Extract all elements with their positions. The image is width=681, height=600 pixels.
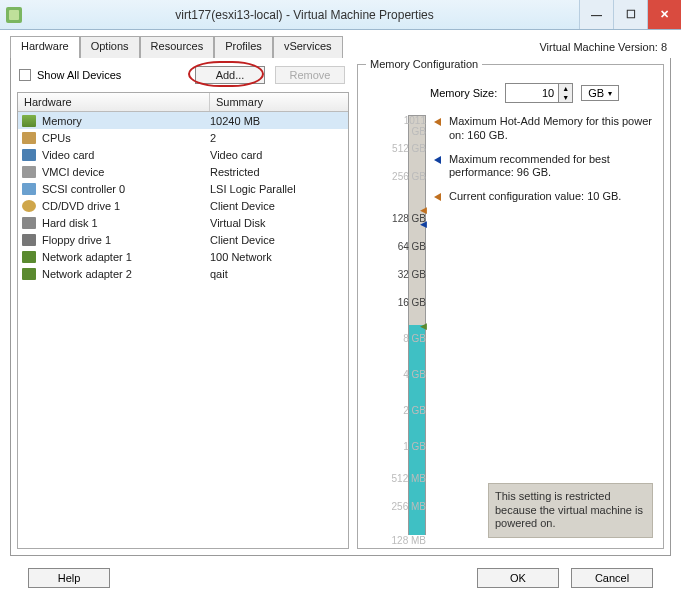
gauge-tick: 256 MB xyxy=(390,501,426,512)
tab-hardware[interactable]: Hardware xyxy=(10,36,80,58)
gauge-tick: 128 MB xyxy=(390,535,426,546)
table-row[interactable]: Memory10240 MB xyxy=(18,112,348,129)
table-row[interactable]: Video cardVideo card xyxy=(18,146,348,163)
gauge-tick: 32 GB xyxy=(390,269,426,280)
app-icon xyxy=(6,7,22,23)
triangle-icon xyxy=(434,193,441,201)
memory-size-field[interactable] xyxy=(506,84,558,102)
table-row[interactable]: CPUs2 xyxy=(18,129,348,146)
tab-strip: HardwareOptionsResourcesProfilesvService… xyxy=(10,36,671,58)
gauge-tick: 1011 GB xyxy=(390,115,426,137)
memory-legend: Memory Configuration xyxy=(366,58,482,70)
gauge-tick: 1 GB xyxy=(390,441,426,452)
table-row[interactable]: Hard disk 1Virtual Disk xyxy=(18,214,348,231)
note-current: Current configuration value: 10 GB. xyxy=(449,190,621,204)
maximize-button[interactable]: ☐ xyxy=(613,0,647,29)
tab-options[interactable]: Options xyxy=(80,36,140,58)
gauge-tick: 64 GB xyxy=(390,241,426,252)
add-button[interactable]: Add... xyxy=(195,66,265,84)
marker-hotadd-icon: ◀ xyxy=(420,205,427,215)
marker-current-icon: ◀ xyxy=(420,321,427,331)
vm-version: Virtual Machine Version: 8 xyxy=(539,41,671,53)
hd-icon xyxy=(22,217,36,229)
marker-best-icon: ◀ xyxy=(420,219,427,229)
spin-down-icon[interactable]: ▼ xyxy=(559,93,572,102)
ok-button[interactable]: OK xyxy=(477,568,559,588)
table-row[interactable]: VMCI deviceRestricted xyxy=(18,163,348,180)
tab-resources[interactable]: Resources xyxy=(140,36,215,58)
tab-vservices[interactable]: vServices xyxy=(273,36,343,58)
triangle-icon xyxy=(434,156,441,164)
table-row[interactable]: CD/DVD drive 1Client Device xyxy=(18,197,348,214)
show-all-checkbox[interactable] xyxy=(19,69,31,81)
memory-gauge[interactable]: 1011 GB512 GB256 GB128 GB64 GB32 GB16 GB… xyxy=(368,115,426,535)
table-row[interactable]: Floppy drive 1Client Device xyxy=(18,231,348,248)
note-hotadd: Maximum Hot-Add Memory for this power on… xyxy=(449,115,653,143)
cpu-icon xyxy=(22,132,36,144)
gauge-tick: 256 GB xyxy=(390,171,426,182)
gauge-tick: 4 GB xyxy=(390,369,426,380)
memory-unit-select[interactable]: GB xyxy=(581,85,619,101)
gauge-tick: 512 GB xyxy=(390,143,426,154)
table-row[interactable]: Network adapter 1100 Network xyxy=(18,248,348,265)
memory-size-input[interactable]: ▲▼ xyxy=(505,83,573,103)
titlebar: virt177(esxi13-local) - Virtual Machine … xyxy=(0,0,681,30)
net-icon xyxy=(22,268,36,280)
fd-icon xyxy=(22,234,36,246)
col-summary[interactable]: Summary xyxy=(210,93,269,111)
spin-up-icon[interactable]: ▲ xyxy=(559,84,572,93)
net-icon xyxy=(22,251,36,263)
remove-button: Remove xyxy=(275,66,345,84)
gauge-tick: 16 GB xyxy=(390,297,426,308)
help-button[interactable]: Help xyxy=(28,568,110,588)
note-best: Maximum recommended for best performance… xyxy=(449,153,653,181)
tab-profiles[interactable]: Profiles xyxy=(214,36,273,58)
memory-size-label: Memory Size: xyxy=(430,87,497,99)
col-hardware[interactable]: Hardware xyxy=(18,93,210,111)
triangle-icon xyxy=(434,118,441,126)
table-row[interactable]: SCSI controller 0LSI Logic Parallel xyxy=(18,180,348,197)
cd-icon xyxy=(22,200,36,212)
minimize-button[interactable]: — xyxy=(579,0,613,29)
scsi-icon xyxy=(22,183,36,195)
gauge-tick: 2 GB xyxy=(390,405,426,416)
window-title: virt177(esxi13-local) - Virtual Machine … xyxy=(30,8,579,22)
restriction-warning: This setting is restricted because the v… xyxy=(488,483,653,538)
hardware-table: Hardware Summary Memory10240 MBCPUs2Vide… xyxy=(17,92,349,549)
show-all-label: Show All Devices xyxy=(37,69,121,81)
vid-icon xyxy=(22,149,36,161)
mem-icon xyxy=(22,115,36,127)
close-button[interactable]: ✕ xyxy=(647,0,681,29)
gauge-tick: 512 MB xyxy=(390,473,426,484)
table-row[interactable]: Network adapter 2qait xyxy=(18,265,348,282)
cancel-button[interactable]: Cancel xyxy=(571,568,653,588)
gauge-tick: 8 GB xyxy=(390,333,426,344)
memory-config-panel: Memory Configuration Memory Size: ▲▼ GB … xyxy=(357,64,664,549)
vmci-icon xyxy=(22,166,36,178)
